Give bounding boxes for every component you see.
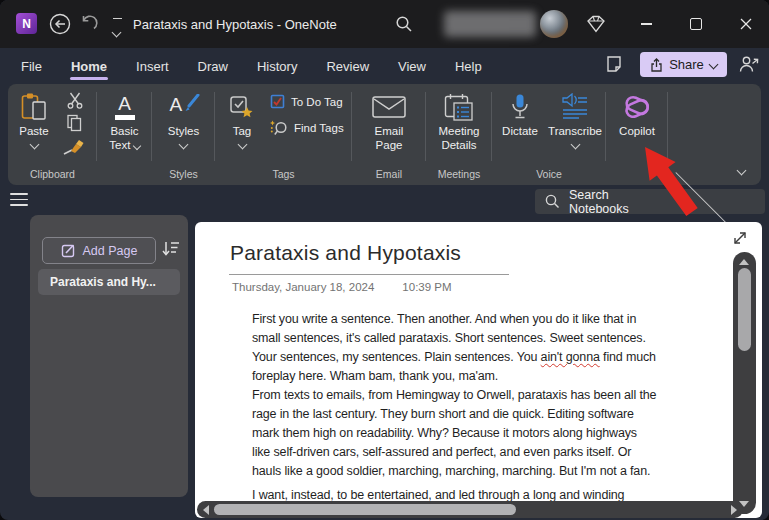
group-label-voice: Voice [492,168,606,180]
basic-text-label2: Text [109,138,139,152]
chevron-down-icon [179,140,189,150]
find-tags-button[interactable]: Find Tags [270,120,344,136]
group-tags: Tag To Do Tag Find Tags [215,84,352,185]
scroll-up-arrow[interactable] [739,259,749,265]
paste-button[interactable]: Paste [12,90,56,148]
premium-button[interactable] [584,14,608,34]
copy-button[interactable] [66,114,83,132]
tab-file[interactable]: File [20,50,43,83]
transcribe-button[interactable]: Transcribe [546,90,604,148]
spellcheck-squiggle: ain't gonna [541,350,600,364]
text-line: Your sentences, my sentences. Plain sent… [252,348,732,367]
page-editor[interactable]: First you write a sentence. Then another… [252,310,732,505]
meeting-details-button[interactable]: Meeting Details [426,90,492,152]
tab-home[interactable]: Home [70,50,108,83]
compose-icon [61,243,76,258]
tab-review[interactable]: Review [325,50,370,83]
todo-tag-button[interactable]: To Do Tag [270,94,343,109]
vertical-scroll-thumb[interactable] [738,268,751,351]
meeting-details-label1: Meeting [439,124,480,138]
todo-checkbox-icon [270,94,285,109]
chevron-down-icon [708,60,718,70]
hamburger-icon [10,193,28,195]
tab-insert[interactable]: Insert [135,50,170,83]
paste-label: Paste [19,124,48,138]
styles-label: Styles [168,124,199,138]
tab-history[interactable]: History [256,50,298,83]
navigation-menu-button[interactable] [10,193,28,206]
full-page-view-button[interactable] [732,230,748,246]
page-title[interactable]: Parataxis and Hypotaxis [230,241,461,265]
group-email: Email Page Email [352,84,426,185]
dictate-button[interactable]: Dictate [494,90,546,138]
chevron-down-icon [29,140,39,150]
tab-help[interactable]: Help [454,50,483,83]
tab-view[interactable]: View [397,50,427,83]
basic-text-button[interactable]: A Basic Text [97,90,152,152]
page-canvas[interactable]: Parataxis and Hypotaxis Thursday, Januar… [195,222,762,518]
page-meta: Thursday, January 18, 2024 10:39 PM [232,281,452,293]
cut-button[interactable] [66,92,84,109]
maximize-icon [690,18,702,30]
horizontal-scrollbar[interactable] [197,501,743,518]
format-painter-button[interactable] [62,138,85,155]
page-list-panel: Add Page Parataxis and Hy... [30,215,188,497]
share-icon [650,58,663,72]
red-arrow-annotation [612,140,712,225]
find-tags-label: Find Tags [294,122,344,134]
titlebar-search-button[interactable] [395,15,413,33]
tag-icon [229,90,255,124]
copilot-icon [619,90,655,124]
vertical-scrollbar[interactable] [733,252,756,514]
scissors-icon [66,92,84,109]
close-icon [740,18,752,30]
scroll-left-arrow[interactable] [203,505,209,515]
minimize-icon [641,23,652,25]
group-clipboard: Paste [8,84,97,185]
text-line: From texts to emails, from Hemingway to … [252,386,732,405]
avatar[interactable] [540,10,568,38]
paste-icon [20,90,48,124]
copilot-button[interactable]: Copilot [606,90,668,138]
meeting-details-icon [444,90,474,124]
scroll-right-arrow[interactable] [731,505,737,515]
dictate-label: Dictate [502,124,538,138]
copilot-label: Copilot [619,124,655,138]
page-list-item[interactable]: Parataxis and Hy... [38,269,180,295]
sort-pages-button[interactable] [161,240,181,258]
maximize-button[interactable] [678,8,714,40]
undo-button[interactable] [78,15,98,33]
share-label: Share [669,57,704,72]
page-date: Thursday, January 18, 2024 [232,281,374,293]
group-label-styles: Styles [152,168,215,180]
close-button[interactable] [728,8,764,40]
styles-button[interactable]: A Styles [152,90,215,148]
back-icon [48,12,72,36]
email-page-button[interactable]: Email Page [352,90,426,152]
share-button[interactable]: Share [640,52,727,77]
horizontal-scroll-thumb[interactable] [214,504,516,515]
minimize-button[interactable] [628,8,664,40]
add-page-button[interactable]: Add Page [42,237,156,264]
quick-access-toolbar-menu[interactable] [110,18,124,40]
meet-now-button[interactable] [739,55,760,73]
todo-tag-label: To Do Tag [291,96,343,108]
dictate-microphone-icon [510,90,530,124]
chevron-down-icon [570,140,580,150]
text-line: First you write a sentence. Then another… [252,310,732,329]
side-note-button[interactable] [604,54,624,74]
tag-button[interactable]: Tag [221,90,263,148]
text-line: like self-driven cars, self-assured and … [252,443,732,462]
page-item-title: Parataxis and Hy... [50,275,156,289]
group-label-clipboard: Clipboard [8,168,97,180]
person-arrow-icon [739,55,760,73]
tab-draw[interactable]: Draw [197,50,229,83]
page-copy-icon [604,54,624,74]
window-title: Parataxis and Hypotaxis - OneNote [133,0,337,48]
back-button[interactable] [48,12,72,36]
overline [113,18,122,19]
collapse-ribbon-chevron[interactable] [737,166,747,176]
copy-icon [66,114,83,132]
format-painter-icon [62,138,85,155]
search-icon [545,194,560,209]
